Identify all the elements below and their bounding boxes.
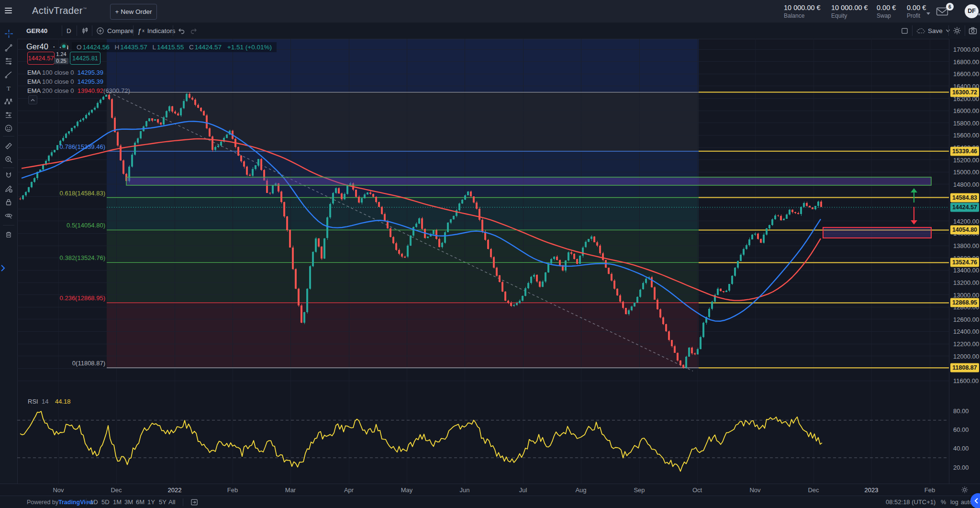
camera-icon (969, 27, 977, 34)
price-tick: 12400.00 (953, 328, 979, 335)
symbol-search-button[interactable]: GER40 (26, 23, 47, 39)
avatar[interactable]: DF (965, 4, 979, 18)
month-label: Dec (111, 484, 122, 496)
text-icon: T (4, 84, 13, 92)
zoom-in-tool[interactable] (2, 153, 15, 166)
range-button-all[interactable]: All (168, 496, 175, 508)
axis-settings-icon[interactable] (961, 486, 969, 494)
price-tick: 13000.00 (953, 291, 979, 298)
price-scale[interactable]: 17000.0016800.0016600.0016400.0016200.00… (949, 39, 980, 496)
log-scale-toggle[interactable]: log (950, 496, 958, 508)
magnet-icon (4, 171, 13, 180)
indicator-legend-ema100[interactable]: EMA 100 close 0 14295.39 (27, 69, 103, 76)
compare-plus-icon (96, 27, 104, 35)
lock-all-tool[interactable] (2, 196, 15, 208)
trend-line-tool[interactable] (2, 42, 15, 54)
frame-icon (901, 27, 909, 35)
undo-button[interactable] (177, 23, 186, 39)
month-label: Dec (808, 484, 819, 496)
fib-retracement-tool[interactable] (2, 55, 15, 68)
rsi-pane[interactable] (17, 393, 949, 484)
month-label: Feb (924, 484, 935, 496)
go-to-date-button[interactable] (190, 498, 199, 506)
snapshot-button[interactable] (969, 23, 977, 39)
price-level-label: 14424.57 (950, 203, 979, 212)
range-button-5y[interactable]: 5Y (159, 496, 167, 508)
gear-icon (953, 26, 961, 35)
rsi-legend[interactable]: RSI 14 44.18 (28, 398, 71, 405)
activtrader-app: ActivTrader™ + New Order 10 000.00 € Bal… (0, 0, 980, 508)
crosshair-tool[interactable] (2, 27, 15, 40)
sell-button[interactable]: 14424.57 (27, 52, 55, 65)
rsi-tick: 20.00 (953, 463, 969, 471)
price-tick: 12600.00 (953, 316, 979, 323)
indicator-legend-ema100b[interactable]: EMA 100 close 0 14295.39 (27, 78, 103, 85)
price-tick: 15800.00 (953, 119, 979, 126)
market-status-icon (60, 43, 67, 50)
profile-dropdown-icon[interactable] (977, 13, 980, 16)
drawing-mode-tool[interactable] (2, 182, 15, 195)
fib-label: 0.786(15339.46) (19, 144, 105, 150)
range-button-1m[interactable]: 1M (113, 496, 122, 508)
text-tool[interactable]: T (2, 82, 15, 94)
app-logo: ActivTrader™ (32, 5, 87, 16)
compare-button[interactable]: Compare (96, 23, 134, 39)
equity-label: Equity (831, 12, 868, 19)
ruler-tool[interactable] (2, 140, 15, 152)
brush-tool[interactable] (2, 68, 15, 81)
fullscreen-button[interactable] (901, 23, 909, 39)
range-button-1y[interactable]: 1Y (147, 496, 155, 508)
account-dropdown-icon[interactable] (926, 12, 930, 15)
buy-button[interactable]: 14425.81 (70, 52, 100, 65)
drawing-mode-icon (4, 184, 13, 193)
chart-style-button[interactable] (81, 23, 89, 39)
month-label: Jun (460, 484, 470, 496)
equity-value: 10 000.00 € (831, 4, 868, 11)
tradingview-link[interactable]: TradingView (58, 496, 93, 508)
price-tick: 17000.00 (953, 46, 979, 53)
toolbar-divider (3, 168, 14, 168)
interval-button[interactable]: D (67, 23, 71, 39)
clock[interactable]: 08:52:18 (UTC+1) (886, 496, 935, 508)
hide-all-tool[interactable] (2, 209, 15, 222)
profit-label: Profit (907, 12, 926, 19)
range-button-3m[interactable]: 3M (124, 496, 133, 508)
rsi-tick: 60.00 (953, 426, 969, 433)
new-order-button[interactable]: + New Order (110, 4, 157, 20)
indicator-legend-ema200[interactable]: EMA 200 close 0 13940.92(6300.72) (27, 87, 130, 94)
price-tick: 13200.00 (953, 279, 979, 286)
balance-summary: 10 000.00 € Balance (784, 4, 821, 19)
time-axis[interactable]: NovDec2022FebMarAprMayJunJulAugSepOctNov… (0, 484, 980, 496)
range-button-1d[interactable]: 1D (90, 496, 98, 508)
magnet-tool[interactable] (2, 169, 15, 181)
ohlc-readout: O14424.56 H14435.57 L14415.55 C14424.57 … (72, 42, 277, 52)
balance-label: Balance (784, 12, 821, 19)
redo-icon (189, 26, 198, 35)
range-button-6m[interactable]: 6M (136, 496, 145, 508)
month-label: May (401, 484, 413, 496)
chart-settings-button[interactable] (953, 23, 961, 39)
range-button-5d[interactable]: 5D (101, 496, 110, 508)
fib-label: 0.618(14584.83) (19, 190, 105, 197)
redo-button[interactable] (189, 23, 198, 39)
save-layout-button[interactable]: Save (916, 23, 950, 39)
toolbar-divider (3, 136, 14, 136)
indicators-button[interactable]: ƒx Indicators (137, 23, 175, 39)
remove-all-tool[interactable] (2, 228, 15, 241)
swap-summary: 0.00 € Swap (877, 4, 896, 19)
forecast-tool[interactable] (2, 109, 15, 121)
xabcd-pattern-tool[interactable] (2, 95, 15, 108)
candles-icon (81, 27, 89, 35)
powered-by-text: Powered by (27, 496, 58, 508)
emoji-tool[interactable] (2, 122, 15, 135)
legend-symbol[interactable]: Ger40 (26, 42, 48, 51)
price-tick: 16600.00 (953, 70, 979, 78)
month-label: 2023 (865, 484, 879, 496)
main-menu-icon[interactable] (5, 8, 12, 14)
open-panel-chevron[interactable] (0, 263, 6, 273)
price-level-label: 12868.95 (950, 298, 979, 307)
collapse-legend-button[interactable] (28, 95, 37, 104)
percent-scale-toggle[interactable]: % (941, 496, 946, 508)
price-chart[interactable] (17, 39, 949, 393)
collapse-panel-fab[interactable] (970, 493, 980, 508)
